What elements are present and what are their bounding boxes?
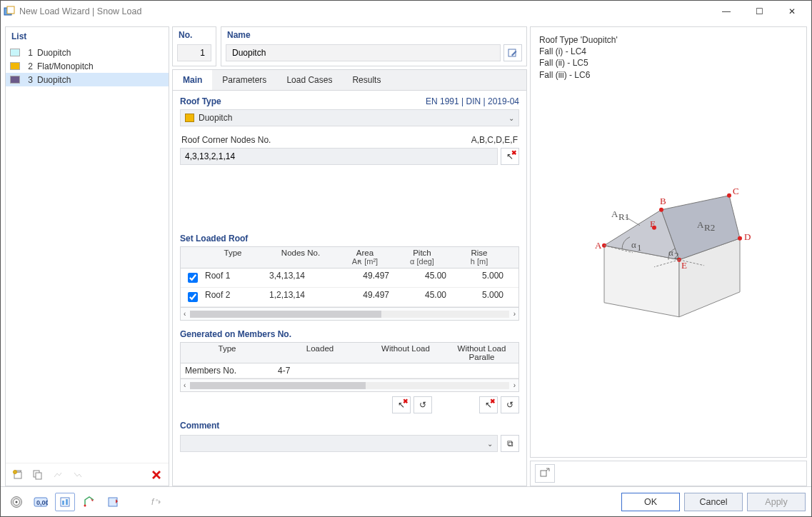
pick-nodes-button[interactable]: ↖ ✖ (501, 148, 519, 165)
item-label: Duopitch (37, 48, 71, 58)
item-number: 3 (23, 75, 33, 85)
svg-text:F: F (650, 219, 655, 229)
list-items[interactable]: 1 Duopitch 2 Flat/Monopitch 3 Duopitch (6, 44, 169, 463)
new-item-button[interactable] (10, 467, 26, 483)
maximize-button[interactable]: ☐ (743, 1, 776, 22)
roof-check[interactable] (188, 292, 198, 302)
no-panel: No. (172, 26, 216, 66)
svg-text:α: α (631, 239, 636, 250)
svg-rect-5 (36, 473, 41, 479)
corner-letters: A,B,C,D,E,F (471, 135, 518, 145)
members-row[interactable]: Members No. 4-7 (181, 363, 518, 378)
members-scrollbar[interactable]: ‹ › (181, 378, 518, 391)
corner-nodes-input[interactable] (180, 148, 498, 165)
window-title: New Load Wizard | Snow Load (19, 6, 710, 16)
view-results-button[interactable] (55, 493, 75, 511)
help-button[interactable] (6, 493, 26, 511)
list-item[interactable]: 1 Duopitch (6, 46, 169, 59)
roof-type-combo[interactable]: Duopitch ⌄ (180, 109, 519, 126)
item-number: 2 (23, 61, 33, 71)
members-grid: Type Loaded Without Load Without Load Pa… (180, 342, 519, 392)
name-panel: Name (221, 26, 527, 66)
list-item[interactable]: 3 Duopitch (6, 73, 169, 86)
grid-scrollbar[interactable]: ‹ › (181, 307, 518, 320)
edit-name-button[interactable] (503, 44, 522, 61)
pick-members-button[interactable]: ↖✖ (392, 396, 411, 413)
svg-text:1: 1 (637, 242, 642, 253)
item-number: 1 (23, 48, 33, 58)
svg-rect-1 (7, 6, 14, 14)
ok-button[interactable]: OK (621, 493, 680, 511)
roof-type-swatch (185, 114, 194, 122)
color-swatch (10, 62, 20, 70)
copy-comment-button[interactable]: ⧉ (501, 435, 519, 452)
main-panel: MainParametersLoad CasesResults Roof Typ… (172, 69, 527, 486)
svg-text:R2: R2 (704, 222, 715, 233)
tabs: MainParametersLoad CasesResults (173, 70, 526, 91)
tab-parameters[interactable]: Parameters (212, 70, 276, 90)
detach-view-button[interactable] (535, 464, 555, 483)
name-label: Name (221, 27, 526, 41)
duplicate-item-button[interactable] (30, 467, 46, 483)
tab-results[interactable]: Results (342, 70, 391, 90)
svg-rect-32 (541, 471, 546, 476)
reset-members-button-2[interactable]: ↺ (501, 396, 519, 413)
tab-main[interactable]: Main (173, 70, 212, 90)
loaded-roof-grid: Type Nodes No. AreaAʀ [m²] Pitchα [deg] … (180, 246, 519, 321)
right-toolbar (530, 461, 807, 486)
svg-text:0,00: 0,00 (36, 499, 48, 506)
chevron-down-icon: ⌄ (487, 440, 493, 448)
roof-check[interactable] (188, 273, 198, 283)
minimize-button[interactable]: — (710, 1, 743, 22)
chevron-down-icon: ⌄ (508, 114, 514, 122)
svg-text:2: 2 (674, 250, 679, 261)
svg-text:ᵃ: ᵃ (156, 498, 158, 504)
svg-text:R1: R1 (618, 211, 629, 222)
roof-type-value: Duopitch (199, 113, 232, 123)
members-header: Generated on Members No. (180, 321, 519, 342)
svg-point-12 (659, 208, 663, 212)
no-input[interactable] (177, 44, 211, 61)
pick-members-button-2[interactable]: ↖✖ (479, 396, 498, 413)
roof-diagram: A B C D E F AR1 AR2 α1 α2 (561, 160, 776, 331)
function-button[interactable]: fᵃ (146, 493, 166, 511)
list-panel: List 1 Duopitch 2 Flat/Monopitch 3 Duopi… (5, 26, 169, 486)
svg-point-11 (602, 244, 606, 248)
name-input[interactable] (226, 44, 501, 61)
svg-text:A: A (697, 219, 704, 230)
units-button[interactable]: 0,00 (31, 493, 51, 511)
svg-rect-40 (66, 499, 68, 505)
svg-text:C: C (733, 186, 739, 196)
comment-header: Comment (180, 415, 519, 433)
info-line: Fall (i) - LC4 (539, 46, 798, 57)
tab-load-cases[interactable]: Load Cases (276, 70, 342, 90)
svg-text:E: E (681, 260, 687, 271)
info-line: Roof Type 'Duopitch' (539, 34, 798, 46)
roof-row[interactable]: Roof 1 3,4,13,14 49.497 45.00 5.000 (181, 268, 518, 288)
roof-row[interactable]: Roof 2 1,2,13,14 49.497 45.00 5.000 (181, 288, 518, 307)
svg-text:A: A (611, 209, 618, 219)
comment-combo[interactable]: ⌄ (180, 435, 498, 452)
close-button[interactable]: ✕ (776, 1, 808, 22)
apply-button[interactable]: Apply (747, 493, 806, 511)
svg-point-41 (84, 504, 86, 506)
script-button[interactable] (104, 493, 124, 511)
cancel-button[interactable]: Cancel (684, 493, 743, 511)
info-line: Fall (iii) - LC6 (539, 69, 798, 81)
svg-text:A: A (595, 240, 602, 251)
svg-text:α: α (668, 247, 673, 258)
reset-members-button[interactable]: ↺ (413, 396, 432, 413)
roof-type-label: Roof Type (180, 96, 221, 106)
list-item[interactable]: 2 Flat/Monopitch (6, 59, 169, 73)
loaded-roof-header: Set Loaded Roof (180, 229, 519, 246)
info-panel: Roof Type 'Duopitch'Fall (i) - LC4Fall (… (530, 26, 807, 458)
item-label: Flat/Monopitch (37, 61, 94, 71)
no-label: No. (173, 27, 216, 41)
close-icon: ✖ (511, 149, 517, 156)
svg-point-13 (727, 194, 731, 198)
footer: 0,00 fᵃ OK Cancel Apply (1, 486, 811, 516)
color-swatch (10, 76, 20, 84)
standard-link[interactable]: EN 1991 | DIN | 2019-04 (426, 96, 519, 106)
model-button[interactable] (79, 493, 99, 511)
delete-item-button[interactable] (149, 467, 164, 483)
